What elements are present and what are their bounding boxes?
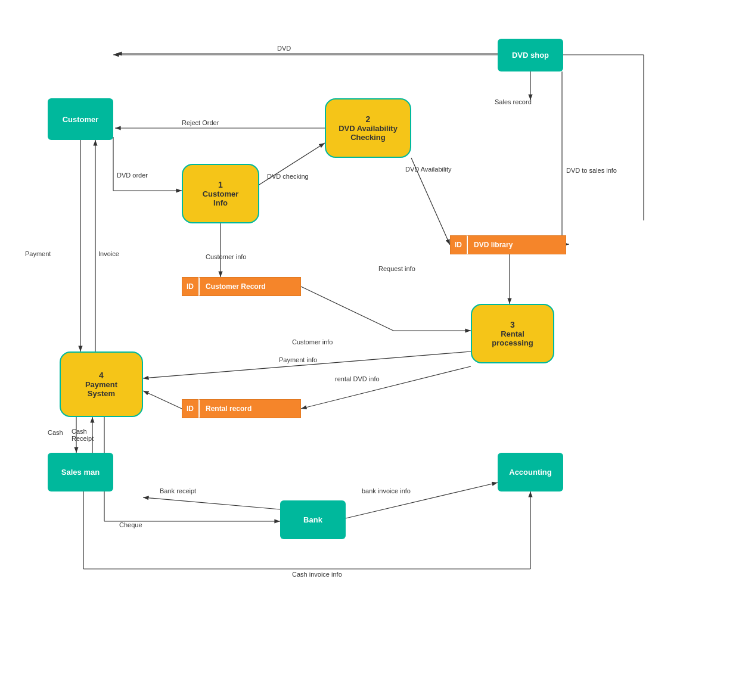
proc3-label: Rental processing xyxy=(492,329,533,347)
node-proc1: 1 Customer Info xyxy=(182,164,259,223)
node-proc3: 3 Rental processing xyxy=(471,304,554,363)
node-salesman: Sales man xyxy=(48,453,113,491)
label-request-info: Request info xyxy=(378,265,415,272)
proc4-num: 4 xyxy=(99,371,104,380)
accounting-label: Accounting xyxy=(509,468,552,477)
label-customer-info-store: Customer info xyxy=(206,253,246,260)
salesman-label: Sales man xyxy=(61,468,100,477)
node-store-customer: ID Customer Record xyxy=(182,277,301,296)
store-rental-id: ID xyxy=(182,399,198,418)
label-bank-receipt: Bank receipt xyxy=(160,487,196,494)
svg-line-27 xyxy=(143,497,280,509)
store-customer-id: ID xyxy=(182,277,198,296)
node-accounting: Accounting xyxy=(498,453,563,491)
store-dvdlib-label: DVD library xyxy=(467,235,566,254)
node-proc4: 4 Payment System xyxy=(60,351,143,417)
label-dvd-to-sales: DVD to sales info xyxy=(566,167,617,174)
label-cash: Cash xyxy=(48,429,63,436)
proc1-num: 1 xyxy=(218,180,223,189)
proc2-num: 2 xyxy=(366,114,371,124)
proc3-num: 3 xyxy=(510,320,515,329)
label-reject-order: Reject Order xyxy=(182,119,219,126)
label-cash-invoice: Cash invoice info xyxy=(292,571,342,578)
label-invoice: Invoice xyxy=(98,250,119,257)
node-customer: Customer xyxy=(48,98,113,140)
proc1-label: Customer Info xyxy=(203,189,239,207)
svg-line-20 xyxy=(143,351,471,378)
label-payment-info: Payment info xyxy=(279,356,317,363)
svg-line-21 xyxy=(301,366,471,409)
svg-line-16 xyxy=(301,287,393,331)
label-cash-receipt: CashReceipt xyxy=(72,428,94,442)
bank-label: Bank xyxy=(303,515,322,524)
store-customer-label: Customer Record xyxy=(198,277,301,296)
node-bank: Bank xyxy=(280,500,346,539)
customer-label: Customer xyxy=(63,115,99,124)
node-store-dvdlib: ID DVD library xyxy=(450,235,566,254)
diagram-container: DVD shop Customer Sales man Bank Account… xyxy=(0,0,742,700)
label-dvd-availability: DVD Availability xyxy=(405,166,451,173)
svg-line-22 xyxy=(143,391,182,409)
proc2-label: DVD Availability Checking xyxy=(339,124,398,142)
label-bank-invoice: bank invoice info xyxy=(362,487,411,494)
store-dvdlib-id: ID xyxy=(450,235,467,254)
label-sales-record: Sales record xyxy=(495,98,532,105)
node-store-rental: ID Rental record xyxy=(182,399,301,418)
proc4-label: Payment System xyxy=(85,380,117,398)
label-dvd-checking: DVD checking xyxy=(267,173,309,180)
node-proc2: 2 DVD Availability Checking xyxy=(325,98,411,158)
label-cheque: Cheque xyxy=(119,521,142,528)
label-dvd: DVD xyxy=(277,45,291,52)
label-customer-info-proc3: Customer info xyxy=(292,338,333,346)
label-payment: Payment xyxy=(25,250,51,257)
label-rental-dvd-info: rental DVD info xyxy=(335,375,380,382)
dvd-shop-label: DVD shop xyxy=(512,51,549,60)
node-dvd-shop: DVD shop xyxy=(498,39,563,71)
label-dvd-order: DVD order xyxy=(117,172,148,179)
store-rental-label: Rental record xyxy=(198,399,301,418)
